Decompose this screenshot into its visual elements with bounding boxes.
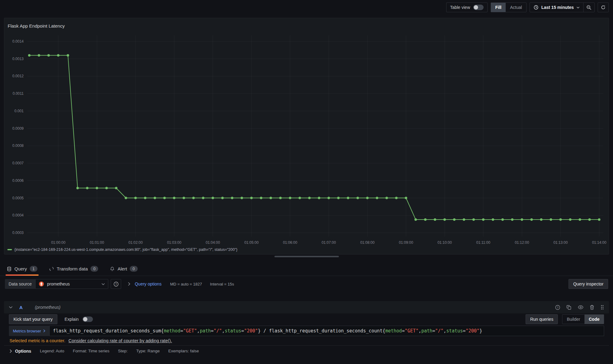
- timeseries-panel: Flask App Endpoint Latency 0.00140.00130…: [4, 18, 609, 255]
- time-range-button[interactable]: Last 15 minutes: [530, 3, 583, 12]
- query-inspector-button[interactable]: Query inspector: [569, 279, 608, 289]
- datasource-help-button[interactable]: ?: [111, 279, 121, 289]
- data-point: [308, 197, 311, 199]
- max-data-points-summary: MD = auto = 1827: [170, 282, 202, 286]
- data-point: [550, 218, 552, 221]
- data-point: [511, 218, 514, 221]
- tab-query-label: Query: [14, 266, 27, 271]
- data-point: [231, 197, 233, 199]
- data-point: [328, 197, 330, 199]
- actual-button[interactable]: Actual: [506, 3, 526, 12]
- chart-area[interactable]: 0.00140.00130.00120.00110.0010.00090.000…: [4, 18, 609, 254]
- data-point: [579, 218, 581, 221]
- data-point: [183, 197, 185, 199]
- panel-resize-handle[interactable]: [274, 256, 339, 257]
- data-point: [366, 197, 369, 199]
- panel-title: Flask App Endpoint Latency: [8, 23, 65, 29]
- promql-input[interactable]: flask_http_request_duration_seconds_sum{…: [49, 326, 604, 336]
- data-point: [279, 197, 282, 199]
- delete-query-trash-icon[interactable]: [590, 305, 594, 310]
- metrics-browser-label: Metrics browser: [13, 329, 41, 333]
- svg-text:01:07:00: 01:07:00: [322, 240, 336, 245]
- svg-text:?: ?: [115, 282, 117, 286]
- options-exemplars: Exemplars: false: [168, 349, 199, 353]
- tab-transform-label: Transform data: [57, 266, 88, 271]
- data-point: [163, 197, 166, 199]
- bell-icon: [110, 266, 115, 271]
- table-view-group: Table view: [446, 2, 488, 12]
- tab-transform-data[interactable]: Transform data 0: [48, 262, 99, 276]
- data-point: [212, 197, 214, 199]
- data-point: [202, 197, 205, 199]
- builder-button[interactable]: Builder: [562, 315, 584, 324]
- query-row-header[interactable]: A (prometheus) ?: [4, 301, 609, 313]
- refresh-icon: [601, 5, 606, 10]
- chart-gridlines: [27, 35, 603, 236]
- options-label: Options: [15, 349, 31, 354]
- builder-code-group: Builder Code: [562, 314, 604, 324]
- explain-toggle[interactable]: [82, 316, 93, 322]
- code-button[interactable]: Code: [584, 315, 604, 324]
- svg-text:01:05:00: 01:05:00: [244, 240, 259, 245]
- data-point: [250, 197, 253, 199]
- svg-text:01:03:00: 01:03:00: [167, 240, 182, 245]
- fill-button[interactable]: Fill: [491, 3, 506, 12]
- editor-toolbar: Kick start your query Explain Run querie…: [4, 315, 609, 324]
- svg-text:01:01:00: 01:01:00: [90, 240, 104, 245]
- svg-text:01:09:00: 01:09:00: [399, 240, 413, 245]
- clock-icon: [534, 5, 538, 10]
- data-point: [134, 197, 137, 199]
- svg-text:01:11:00: 01:11:00: [476, 240, 490, 245]
- data-point: [443, 218, 446, 221]
- drag-handle-icon[interactable]: [600, 305, 604, 310]
- svg-text:0.0007: 0.0007: [12, 161, 24, 165]
- data-point: [357, 197, 359, 199]
- hide-query-eye-icon[interactable]: [578, 305, 584, 309]
- svg-text:01:13:00: 01:13:00: [554, 240, 568, 245]
- toggle-knob: [474, 5, 478, 10]
- options-format: Format: Time series: [73, 349, 109, 353]
- editor-toolbar-right: Run queries Builder Code: [526, 314, 604, 324]
- data-point: [395, 197, 398, 199]
- query-options-toggle[interactable]: Query options: [135, 282, 161, 286]
- data-point: [173, 197, 175, 199]
- chevron-right-icon[interactable]: [128, 282, 130, 286]
- zoom-out-button[interactable]: [583, 3, 594, 12]
- time-picker-group: Last 15 minutes: [530, 2, 595, 12]
- data-point: [598, 218, 600, 221]
- options-legend: Legend: Auto: [40, 349, 64, 353]
- run-queries-button[interactable]: Run queries: [526, 314, 558, 324]
- duplicate-query-icon[interactable]: [566, 305, 572, 310]
- tab-query-count: 1: [30, 266, 37, 272]
- query-row-actions: ?: [555, 305, 604, 310]
- query-ref-id[interactable]: A: [19, 305, 23, 310]
- svg-text:0.0005: 0.0005: [12, 196, 24, 200]
- latency-chart[interactable]: 0.00140.00130.00120.00110.0010.00090.000…: [4, 18, 609, 255]
- metrics-browser-button[interactable]: Metrics browser: [9, 326, 49, 336]
- table-view-toggle[interactable]: [473, 5, 484, 10]
- datasource-select[interactable]: prometheus: [35, 279, 108, 289]
- svg-text:0.0006: 0.0006: [12, 178, 24, 183]
- warning-rate-link[interactable]: Consider calculating rate of counter by …: [68, 338, 172, 343]
- table-view-label: Table view: [450, 5, 470, 10]
- tab-query[interactable]: Query 1: [6, 262, 39, 276]
- refresh-button[interactable]: [598, 2, 609, 12]
- legend-series-marker: [7, 249, 12, 250]
- prometheus-icon: [39, 281, 44, 287]
- tab-alert[interactable]: Alert 0: [109, 262, 139, 276]
- series-flask-latency: [28, 54, 601, 221]
- options-expander[interactable]: Options: [10, 349, 31, 354]
- data-point: [86, 187, 89, 189]
- data-point: [48, 54, 50, 56]
- svg-text:0.0012: 0.0012: [12, 74, 24, 78]
- kick-start-query-button[interactable]: Kick start your query: [9, 314, 57, 324]
- data-point: [115, 187, 117, 189]
- chevron-down-icon[interactable]: [9, 306, 13, 308]
- svg-text:?: ?: [557, 306, 558, 309]
- legend-item[interactable]: {instance="ec2-184-169-216-224.us-west-1…: [7, 247, 237, 252]
- data-point: [154, 197, 156, 199]
- datasource-label: Data source: [5, 279, 35, 289]
- chevron-down-icon: [102, 283, 105, 285]
- svg-text:0.0004: 0.0004: [12, 213, 24, 217]
- query-help-icon[interactable]: ?: [555, 305, 560, 310]
